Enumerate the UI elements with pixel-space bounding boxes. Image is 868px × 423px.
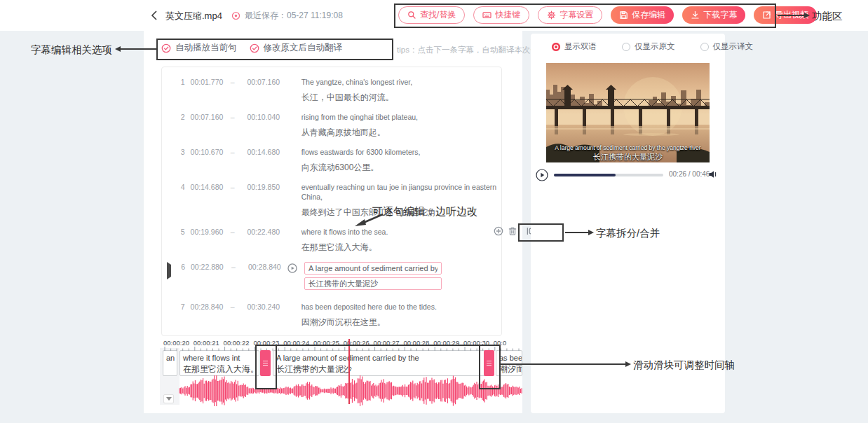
start-time[interactable]: 00:28.840 (191, 302, 224, 312)
start-time[interactable]: 00:07.160 (191, 112, 224, 123)
translation-only-radio[interactable]: 仅显示译文 (700, 41, 754, 52)
block-zh: 在那里它流入大海。 (183, 363, 256, 375)
timeline-block[interactable]: where it flows int在那里它流入大海。 (179, 350, 259, 376)
source-only-radio[interactable]: 仅显示原文 (622, 41, 675, 52)
gear-icon (547, 11, 556, 20)
find-replace-button[interactable]: 查找/替换 (398, 6, 465, 24)
active-row-marker (167, 227, 174, 230)
progress-bar[interactable] (554, 174, 663, 176)
video-subtitle-overlay: A large amount of sediment carried by th… (546, 144, 710, 162)
button-label: 查找/替换 (420, 9, 456, 21)
subtitle-zh: 从青藏高原拔地而起。 (301, 127, 501, 138)
subtitle-en: The yangtze, china's longest river, (301, 77, 501, 87)
time-dash: – (224, 182, 242, 193)
row-number: 4 (174, 182, 185, 193)
autosave-icon (231, 11, 240, 20)
add-subtitle-button[interactable] (494, 226, 503, 236)
time-dash: – (224, 262, 243, 272)
row-number: 2 (174, 112, 185, 123)
volume-icon[interactable] (708, 169, 718, 179)
timeline-block[interactable]: A large amount of sediment carried by th… (273, 350, 493, 376)
subtitle-text: The yangtze, china's longest river, 长江，中… (301, 77, 501, 103)
save-icon (619, 11, 628, 20)
radio-dot-icon (700, 43, 709, 51)
timeline-block[interactable]: an (163, 350, 177, 376)
row-play-button[interactable] (287, 263, 297, 293)
button-label: 字幕设置 (560, 9, 593, 21)
row-number: 5 (174, 227, 185, 237)
playback-time: 00:26 / 00:46 (669, 170, 710, 178)
start-time[interactable]: 00:14.680 (191, 182, 224, 193)
annotation-edit-options: 字幕编辑相关选项 (31, 43, 112, 57)
block-en: where it flows int (183, 352, 256, 363)
toolbar: 查找/替换快捷键字幕设置保存编辑下载字幕导出视频 (398, 6, 817, 24)
video-subtitle-en: A large amount of sediment carried by th… (546, 144, 710, 152)
auto-play-current-checkbox[interactable]: 自动播放当前句 (161, 42, 237, 54)
download-subtitle-button[interactable]: 下载字幕 (682, 6, 745, 24)
shortcuts-button[interactable]: 快捷键 (473, 6, 529, 24)
subtitle-row[interactable]: 700:28.840–00:30.240 has been deposited … (167, 302, 501, 328)
end-time[interactable]: 00:10.040 (247, 112, 280, 123)
save-edit-button[interactable]: 保存编辑 (611, 6, 674, 24)
subtitle-row[interactable]: 600:22.880–00:28.840 (167, 262, 501, 293)
auto-translate-checkbox[interactable]: 修改原文后自动翻译 (250, 42, 343, 54)
bilingual-radio[interactable]: 显示双语 (552, 41, 597, 52)
active-row-marker (167, 77, 174, 80)
timeline-drag-handle[interactable] (484, 350, 494, 376)
block-en: A large amount of sediment carried by th… (276, 352, 489, 363)
annotation-function-area: 功能区 (812, 10, 843, 23)
start-time[interactable]: 00:01.770 (191, 77, 224, 88)
active-row-marker (167, 302, 174, 305)
back-button[interactable] (150, 10, 158, 21)
delete-subtitle-button[interactable] (508, 226, 517, 236)
subtitle-row[interactable]: 100:01.770–00:07.160 The yangtze, china'… (167, 77, 501, 103)
end-time[interactable]: 00:30.240 (247, 302, 280, 312)
subtitle-zh: 因潮汐而沉积在这里。 (301, 317, 501, 328)
row-number: 1 (174, 77, 185, 88)
end-time[interactable]: 00:28.840 (248, 262, 282, 272)
radio-label: 仅显示译文 (713, 41, 754, 52)
subtitle-row[interactable]: 300:10.670–00:14.680 flows eastwards for… (167, 147, 501, 173)
block-zh: 潮汐而沉 (499, 363, 519, 375)
source-text-input[interactable] (304, 262, 442, 275)
annotation-arrow (565, 232, 588, 233)
check-circle-icon (250, 43, 259, 53)
annotation-arrow (121, 48, 156, 50)
time-dash: – (224, 147, 242, 158)
check-circle-icon (161, 43, 171, 53)
timeline-playhead[interactable] (348, 339, 350, 404)
subtitle-row[interactable]: 500:19.960–00:22.480 where it flows into… (167, 227, 501, 253)
checkbox-label: 自动播放当前句 (175, 42, 237, 54)
audio-waveform[interactable] (160, 375, 522, 406)
annotation-inline-edit: 可逐句编辑，边听边改 (372, 205, 477, 219)
subtitle-edit-inputs (304, 262, 442, 293)
end-time[interactable]: 00:19.850 (247, 182, 280, 193)
translation-text-input[interactable] (304, 277, 442, 290)
end-time[interactable]: 00:22.480 (247, 227, 280, 237)
start-time[interactable]: 00:10.670 (191, 147, 224, 158)
start-time[interactable]: 00:19.960 (191, 227, 224, 237)
start-time[interactable]: 00:22.880 (191, 262, 224, 272)
end-time[interactable]: 00:14.680 (247, 147, 280, 158)
annotation-split-merge: 字幕拆分/合并 (596, 227, 660, 240)
keyboard-icon (482, 11, 491, 20)
subtitle-settings-button[interactable]: 字幕设置 (538, 6, 602, 24)
time-dash: – (224, 112, 242, 123)
video-subtitle-zh: 长江携带的大量泥沙 (546, 152, 710, 162)
subtitle-en: rising from the qinghai tibet plateau, (301, 112, 501, 122)
subtitle-en: flows eastwards for 6300 kilometers, (301, 147, 501, 157)
end-time[interactable]: 00:07.160 (247, 77, 280, 88)
subtitle-en: eventually reaching un tau joe in jiangs… (301, 182, 501, 202)
topbar: 英文压缩.mp4 最近保存：05-27 11:19:08 查找/替换快捷键字幕设… (0, 0, 868, 31)
subtitle-row[interactable]: 200:07.160–00:10.040 rising from the qin… (167, 112, 501, 138)
button-label: 保存编辑 (632, 9, 665, 21)
autosave-text: 最近保存：05-27 11:19:08 (245, 10, 343, 22)
preview-play-button[interactable] (536, 169, 548, 181)
radio-dot-icon (622, 43, 630, 51)
subtitle-text: rising from the qinghai tibet plateau, 从… (301, 112, 501, 138)
active-row-marker (167, 112, 174, 115)
block-en: as been (499, 352, 519, 363)
timeline-drag-handle[interactable] (260, 350, 271, 376)
display-mode-group: 显示双语仅显示原文仅显示译文 (552, 41, 753, 52)
subtitle-text: where it flows into the sea. 在那里它流入大海。 (301, 227, 501, 253)
